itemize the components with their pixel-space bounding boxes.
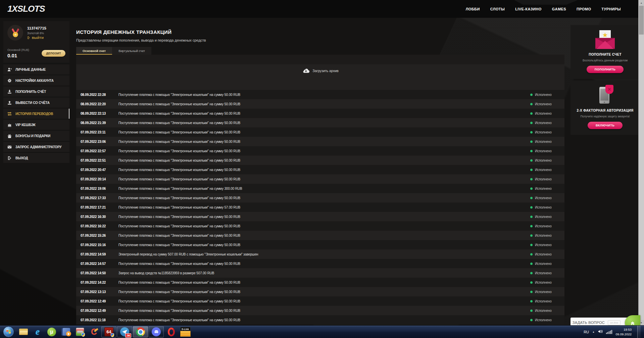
transaction-row: 08.09.2022 22:20 Поступление платежа с п… (76, 99, 564, 109)
transaction-date: 08.09.2022 22:13 (81, 112, 115, 115)
status-dot-icon (530, 300, 533, 302)
transaction-description: Поступление платежа с помощью "Электронн… (115, 112, 530, 115)
promo-title: ПОПОЛНИТЕ СЧЕТ (575, 53, 636, 56)
top-up-button[interactable]: ПОПОЛНИТЬ (587, 66, 624, 73)
status-label: Исполнено (535, 196, 552, 200)
site-logo[interactable]: 1XSLOTS (7, 4, 45, 14)
status-dot-icon (530, 309, 533, 312)
sidebar-item-label: ЛИЧНЫЕ ДАННЫЕ (15, 68, 46, 71)
taskbar-utorrent[interactable]: µ (45, 326, 59, 338)
taskbar-clock[interactable]: 19:53 09.09.2022 (615, 327, 632, 337)
tray-expand-icon[interactable] (592, 331, 595, 333)
nav-item-promo[interactable]: ПРОМО (577, 7, 591, 11)
tab-main-account[interactable]: Основной счет (76, 47, 112, 55)
network-icon[interactable] (606, 330, 612, 334)
page-scrollbar[interactable] (638, 0, 644, 325)
status-dot-icon (530, 150, 533, 152)
taskbar-opera[interactable] (164, 326, 178, 338)
status-label: Исполнено (535, 309, 552, 313)
status-dot-icon (530, 291, 533, 293)
language-indicator[interactable]: RU (584, 330, 589, 334)
enable-2fa-button[interactable]: ВКЛЮЧИТЬ (588, 122, 623, 129)
telegram-icon: .58 (120, 327, 129, 336)
taskbar-explorer[interactable] (16, 326, 31, 338)
scrollbar-thumb[interactable] (639, 6, 644, 35)
sidebar-item-admin-request[interactable]: ЗАПРОС АДМИНИСТРАТОРУ (3, 142, 69, 152)
sidebar-item-personal-data[interactable]: ЛИЧНЫЕ ДАННЫЕ (3, 64, 69, 74)
taskbar-aida64[interactable]: 64 (101, 326, 116, 337)
taskbar-internet-explorer[interactable]: e (31, 326, 45, 338)
transaction-status: Исполнено (530, 271, 562, 275)
taskbar-discord[interactable] (149, 326, 164, 337)
transaction-status: Исполнено (530, 252, 562, 256)
transaction-date: 07.09.2022 14:57 (81, 262, 115, 266)
nav-item-live-casino[interactable]: LIVE-КАЗИНО (515, 7, 541, 11)
start-button[interactable] (3, 326, 14, 337)
transaction-row: 07.09.2022 23:11 Поступление платежа с п… (76, 127, 564, 137)
transaction-status: Исполнено (530, 112, 562, 115)
sidebar-item-account-settings[interactable]: НАСТРОЙКИ АККАУНТА (3, 75, 69, 86)
transaction-row: 07.09.2022 16:30 Поступление платежа с п… (76, 212, 564, 221)
uac-shield-icon (111, 333, 114, 337)
sidebar-item-vip-cashback[interactable]: VIP КЕШБЭК (3, 120, 69, 130)
chrome-icon (136, 327, 145, 336)
transaction-description: Поступление платежа с помощью "Электронн… (115, 149, 530, 153)
deposit-button[interactable]: ДЕПОЗИТ (42, 50, 65, 57)
taskbar-dlink[interactable]: D-Link (178, 326, 192, 338)
transaction-description: Поступление платежа с помощью "Электронн… (115, 309, 530, 313)
status-label: Исполнено (535, 149, 552, 153)
transaction-row: 07.09.2022 23:06 Поступление платежа с п… (76, 137, 564, 146)
top-nav: ЛОББИСЛОТЫLIVE-КАЗИНОGAMESПРОМОТУРНИРЫ (455, 7, 621, 11)
internet-explorer-icon: e (36, 327, 40, 336)
status-label: Исполнено (535, 187, 552, 190)
status-label: Исполнено (535, 168, 552, 172)
status-label: Исполнено (535, 318, 552, 322)
transaction-status: Исполнено (530, 318, 562, 322)
transaction-status: Исполнено (530, 215, 562, 219)
status-label: Исполнено (535, 299, 552, 303)
taskbar-telegram[interactable]: .58 (117, 326, 132, 337)
logout-link[interactable]: ВЫЙТИ (27, 36, 46, 40)
transactions-panel: Загрузить архив 08.09.2022 22:28 Поступл… (76, 55, 564, 325)
sidebar-item-withdraw[interactable]: ВЫВЕСТИ СО СЧЁТА (3, 98, 69, 108)
taskbar-ccleaner[interactable]: C (87, 326, 101, 338)
transaction-date: 08.09.2022 22:28 (81, 93, 115, 97)
gift-icon (7, 134, 12, 138)
nav-item-lobby[interactable]: ЛОББИ (466, 7, 480, 11)
show-desktop-button[interactable] (637, 326, 641, 338)
scroll-up-button[interactable] (639, 0, 644, 5)
sidebar-item-transfer-history[interactable]: ИСТОРИЯ ПЕРЕВОДОВ (3, 109, 69, 119)
sidebar-item-deposit[interactable]: ПОПОЛНИТЬ СЧЁТ (3, 87, 69, 97)
status-dot-icon (530, 244, 533, 246)
clock-time: 19:53 (615, 327, 632, 332)
transaction-date: 07.09.2022 13:13 (81, 290, 115, 294)
top-header: 1XSLOTS ЛОББИСЛОТЫLIVE-КАЗИНОGAMESПРОМОТ… (0, 0, 638, 18)
transaction-row: 07.09.2022 15:26 Поступление платежа с п… (76, 231, 564, 240)
transaction-status: Исполнено (530, 140, 562, 144)
download-archive-button[interactable]: Загрузить архив (302, 68, 339, 73)
taskbar-disk-utility[interactable] (73, 326, 87, 338)
envelope-icon (7, 145, 12, 149)
nav-item-slots[interactable]: СЛОТЫ (490, 7, 505, 11)
user-id: 113747715 (27, 26, 46, 30)
sidebar-item-logout[interactable]: ВЫХОД (3, 153, 69, 163)
speaker-icon[interactable] (598, 329, 603, 335)
transaction-date: 07.09.2022 17:21 (81, 206, 115, 209)
taskbar-media-player[interactable] (59, 326, 73, 338)
nav-item-tournaments[interactable]: ТУРНИРЫ (601, 7, 621, 11)
sidebar-item-label: ВЫВЕСТИ СО СЧЁТА (15, 101, 50, 105)
page-subtitle: Представлены операции пополнения, вывода… (76, 38, 564, 42)
tab-virtual-account[interactable]: Виртуальный счет (112, 47, 151, 55)
transaction-date: 07.09.2022 12:49 (81, 299, 115, 303)
transaction-description: Поступление платежа с помощью "Электронн… (115, 140, 530, 144)
transaction-status: Исполнено (530, 224, 562, 228)
ccleaner-icon: C (91, 328, 97, 336)
transaction-status: Исполнено (530, 206, 562, 209)
nav-item-games[interactable]: GAMES (552, 7, 566, 11)
exit-icon (27, 36, 30, 39)
transaction-status: Исполнено (530, 262, 562, 266)
transaction-row: 07.09.2022 22:51 Поступление платежа с п… (76, 156, 564, 165)
taskbar-chrome[interactable] (133, 326, 148, 337)
sidebar-item-bonuses[interactable]: БОНУСЫ И ПОДАРКИ (3, 131, 69, 141)
avatar[interactable] (7, 25, 23, 41)
